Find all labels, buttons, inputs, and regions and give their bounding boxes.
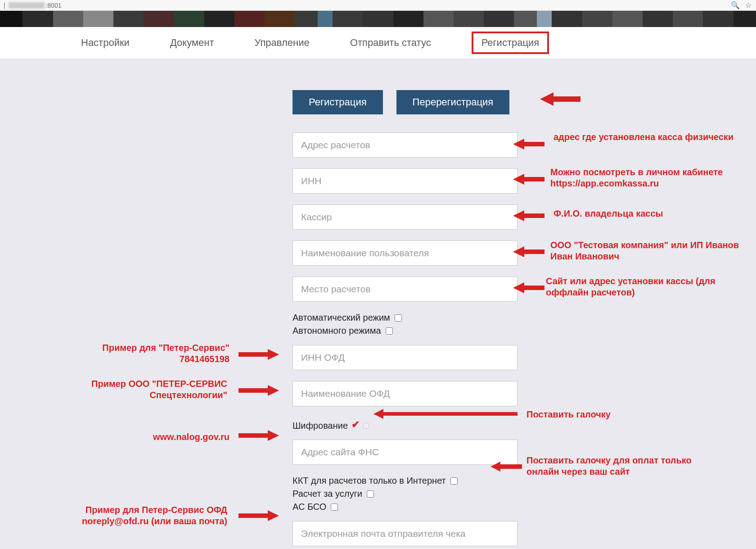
encryption-checkbox[interactable] xyxy=(363,423,369,429)
main-nav: Настройки Документ Управление Отправить … xyxy=(0,27,756,59)
email-input[interactable] xyxy=(292,521,518,546)
kkt-internet-label: ККТ для расчетов только в Интернет xyxy=(292,476,446,486)
arrow-fns xyxy=(238,429,279,442)
kkt-internet-checkbox[interactable] xyxy=(450,477,458,485)
services-checkbox[interactable] xyxy=(367,490,374,498)
arrow-username xyxy=(513,245,544,260)
auto-mode-checkbox[interactable] xyxy=(395,314,402,322)
arrow-reregister xyxy=(540,90,580,110)
arrow-email xyxy=(238,509,279,522)
encryption-label: Шифрование xyxy=(292,421,348,431)
anno-ofd-name: Пример ООО "ПЕТЕР-СЕРВИС Спецтехнологии" xyxy=(11,378,227,401)
anno-payplace: Сайт или адрес установки кассы (для оффл… xyxy=(546,276,739,298)
auto-mode-label: Автоматический режим xyxy=(292,313,390,323)
svg-marker-8 xyxy=(238,349,279,360)
nav-registration[interactable]: Регистрация xyxy=(472,32,549,54)
url-blurred-host xyxy=(9,2,45,9)
anno-inn: Можно посмотреть в личном кабинете https… xyxy=(550,167,748,189)
nav-send-status[interactable]: Отправить статус xyxy=(350,37,431,49)
address-input[interactable] xyxy=(292,132,518,158)
services-label: Расчет за услуги xyxy=(292,489,362,499)
cashier-input[interactable] xyxy=(292,204,518,230)
svg-marker-3 xyxy=(513,210,544,221)
svg-marker-9 xyxy=(238,385,279,396)
nav-control[interactable]: Управление xyxy=(254,37,309,49)
anno-kkt: Поставить галочку для оплат только онлай… xyxy=(526,455,724,477)
star-icon[interactable]: ☆ xyxy=(745,1,752,9)
zoom-icon[interactable]: 🔍 xyxy=(731,1,740,9)
anno-email: Пример для Петер-Сервис ОФД noreply@ofd.… xyxy=(34,504,227,527)
username-input[interactable] xyxy=(292,240,518,266)
arrow-ofd-inn xyxy=(238,348,279,361)
autonomous-label: Автономного режима xyxy=(292,326,381,336)
url-port: :8001 xyxy=(45,2,61,9)
svg-marker-2 xyxy=(513,174,544,185)
content-area: Регистрация Перерегистрация Автоматическ… xyxy=(0,59,756,549)
arrow-kkt xyxy=(490,461,522,474)
anno-cashier: Ф.И.О. владельца кассы xyxy=(554,208,663,219)
svg-marker-10 xyxy=(238,430,279,441)
ofd-inn-input[interactable] xyxy=(292,345,518,370)
fns-site-input[interactable] xyxy=(292,440,518,465)
anno-address: адрес где установлена касса физически xyxy=(554,132,738,143)
arrow-inn xyxy=(513,172,544,188)
arrow-cashier xyxy=(513,209,544,224)
arrow-encryption xyxy=(374,408,518,422)
arrow-address xyxy=(513,137,544,153)
encryption-check-mark: ✔ xyxy=(351,419,360,431)
color-strip-decor xyxy=(0,11,756,27)
payplace-input[interactable] xyxy=(292,277,518,302)
autonomous-checkbox[interactable] xyxy=(386,327,393,335)
url-separator: | xyxy=(4,2,9,9)
anno-encryption: Поставить галочку xyxy=(526,409,611,420)
svg-marker-4 xyxy=(513,246,544,257)
anno-username: ООО "Тестовая компания" или ИП Иванов Ив… xyxy=(550,240,739,262)
svg-marker-0 xyxy=(540,92,580,106)
anno-ofd-inn: Пример для "Петер-Сервис" 7841465198 xyxy=(58,342,230,365)
nav-document[interactable]: Документ xyxy=(170,37,214,49)
svg-marker-6 xyxy=(374,409,518,419)
as-bso-label: АС БСО xyxy=(292,502,326,512)
ofd-name-input[interactable] xyxy=(292,381,518,406)
svg-marker-7 xyxy=(490,462,522,472)
svg-marker-1 xyxy=(513,139,544,150)
as-bso-checkbox[interactable] xyxy=(331,504,338,511)
register-button[interactable]: Регистрация xyxy=(292,90,383,114)
svg-marker-11 xyxy=(238,510,279,521)
inn-input[interactable] xyxy=(292,168,518,194)
browser-addressbar: | :8001 🔍 ☆ xyxy=(0,0,756,11)
arrow-payplace xyxy=(513,281,544,296)
anno-fns: www.nalog.gov.ru xyxy=(126,431,230,443)
registration-form: Автоматический режим Автономного режима … xyxy=(292,132,518,549)
nav-settings[interactable]: Настройки xyxy=(81,37,130,49)
arrow-ofd-name xyxy=(238,384,279,397)
reregister-button[interactable]: Перерегистрация xyxy=(396,90,510,114)
svg-marker-5 xyxy=(513,282,544,293)
